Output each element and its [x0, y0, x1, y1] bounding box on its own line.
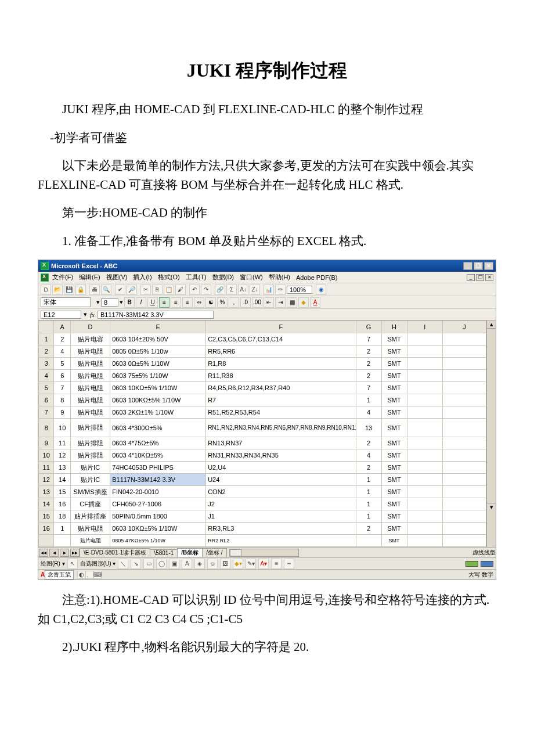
- cell[interactable]: RR3,RL3: [206, 523, 356, 535]
- cell[interactable]: RR5,RR6: [206, 345, 356, 358]
- cell[interactable]: SM/MS插座: [70, 486, 110, 498]
- ime-button-2[interactable]: 、: [85, 571, 93, 579]
- cell[interactable]: 11: [54, 437, 71, 449]
- dash-style-icon[interactable]: ┅: [284, 559, 294, 569]
- clipart-icon[interactable]: ☺: [207, 559, 218, 569]
- select-all-corner[interactable]: [39, 321, 54, 333]
- menu-view[interactable]: 视图(V): [104, 272, 130, 282]
- cell[interactable]: [407, 394, 443, 406]
- cell[interactable]: 贴片电阻: [70, 394, 110, 406]
- paste-icon[interactable]: 📋: [164, 285, 174, 295]
- cell[interactable]: SMT: [381, 406, 407, 419]
- undo-icon[interactable]: ↶: [189, 285, 200, 295]
- cell[interactable]: 2: [356, 523, 381, 535]
- picture-icon[interactable]: 🖼: [220, 559, 230, 569]
- cell[interactable]: FIN042-20-0010: [110, 486, 206, 498]
- redo-icon[interactable]: ↷: [201, 285, 211, 295]
- col-header-I[interactable]: I: [407, 321, 443, 333]
- column-header-row[interactable]: A D E F G H I J: [39, 321, 486, 333]
- table-row[interactable]: 1012贴片排阻0603 4*10KΩ±5%RN31,RN33,RN34,RN3…: [39, 449, 486, 462]
- cell[interactable]: 7: [54, 382, 71, 394]
- cell[interactable]: 15: [54, 486, 71, 498]
- borders-button[interactable]: ▦: [287, 297, 297, 308]
- menu-format[interactable]: 格式(O): [156, 272, 182, 282]
- preview-icon[interactable]: 🔍: [101, 285, 111, 295]
- cell[interactable]: SMT: [381, 345, 407, 358]
- row-header[interactable]: 6: [39, 394, 54, 406]
- menu-data[interactable]: 数据(D): [210, 272, 236, 282]
- cell[interactable]: [443, 419, 486, 437]
- percent-button[interactable]: %: [217, 297, 228, 308]
- cell[interactable]: 13: [54, 462, 71, 474]
- cell[interactable]: [407, 462, 443, 474]
- cell[interactable]: 9: [54, 406, 71, 419]
- cell[interactable]: 12: [54, 449, 71, 462]
- rectangle-icon[interactable]: ▭: [143, 559, 154, 569]
- cell[interactable]: 4: [356, 449, 381, 462]
- cell[interactable]: [443, 358, 486, 370]
- doc-minimize-button[interactable]: _: [467, 274, 475, 281]
- sort-asc-icon[interactable]: A↓: [238, 285, 248, 295]
- font-color-draw-icon[interactable]: A▾: [258, 559, 269, 569]
- cell[interactable]: 2: [356, 370, 381, 382]
- arrow-icon[interactable]: ↘: [131, 559, 141, 569]
- table-row[interactable]: 35贴片电阻0603 0Ω±5% 1/10WR1,R82SMT: [39, 358, 486, 370]
- cell[interactable]: SMT: [381, 498, 407, 510]
- col-header-E[interactable]: E: [110, 321, 206, 333]
- cell[interactable]: [407, 449, 443, 462]
- ime-indicator[interactable]: 念青五笔: [45, 570, 74, 579]
- cell[interactable]: 1: [356, 394, 381, 406]
- cell[interactable]: 0603 104±20% 50V: [110, 333, 206, 345]
- cell[interactable]: 18: [54, 510, 71, 523]
- cell[interactable]: R7: [206, 394, 356, 406]
- decrease-decimal-button[interactable]: .00: [252, 297, 262, 308]
- sheet-tab-1[interactable]: \5801-1: [150, 549, 178, 556]
- cell[interactable]: [443, 474, 486, 486]
- cell[interactable]: 50PIN/0.5mm 1800: [110, 510, 206, 523]
- cell[interactable]: 5: [54, 358, 71, 370]
- drawing-icon[interactable]: ✏: [275, 285, 286, 295]
- cell[interactable]: 贴片IC: [70, 462, 110, 474]
- cell[interactable]: 14: [54, 474, 71, 486]
- cell[interactable]: 2: [54, 333, 71, 345]
- bold-button[interactable]: B: [124, 297, 135, 308]
- decrease-indent-button[interactable]: ⇤: [264, 297, 274, 308]
- row-header[interactable]: 1: [39, 333, 54, 345]
- col-header-H[interactable]: H: [381, 321, 407, 333]
- increase-indent-button[interactable]: ⇥: [275, 297, 286, 308]
- cell[interactable]: 0603 2KΩ±1% 1/10W: [110, 406, 206, 419]
- cell[interactable]: 13: [356, 419, 381, 437]
- row-header[interactable]: 3: [39, 358, 54, 370]
- cell[interactable]: [443, 510, 486, 523]
- cell[interactable]: [443, 370, 486, 382]
- cell[interactable]: 4: [356, 406, 381, 419]
- cell[interactable]: 0603 10KΩ±5% 1/10W: [110, 523, 206, 535]
- cell[interactable]: [443, 345, 486, 358]
- row-header[interactable]: 2: [39, 345, 54, 358]
- row-header[interactable]: 7: [39, 406, 54, 419]
- cell[interactable]: SMT: [381, 449, 407, 462]
- sheet-tab-3[interactable]: /坐标 /: [202, 548, 226, 557]
- print-icon[interactable]: 🖶: [89, 285, 100, 295]
- font-size-combo[interactable]: 8: [101, 298, 118, 307]
- ime-button-1[interactable]: ◐: [77, 571, 85, 579]
- table-row[interactable]: 1315SM/MS插座FIN042-20-0010CON21SMT: [39, 486, 486, 498]
- menu-window[interactable]: 窗口(W): [237, 272, 265, 282]
- cell[interactable]: [407, 419, 443, 437]
- tab-nav-prev[interactable]: ◂: [49, 549, 59, 557]
- table-row[interactable]: 68贴片电阻0603 100KΩ±5% 1/10WR71SMT: [39, 394, 486, 406]
- cell[interactable]: 74HC4053D PHILIPS: [110, 462, 206, 474]
- diagram-icon[interactable]: ◈: [194, 559, 205, 569]
- cell[interactable]: 贴片电阻: [70, 406, 110, 419]
- cell[interactable]: [443, 449, 486, 462]
- draw-menu[interactable]: 绘图(R) ▾: [41, 560, 65, 568]
- cell[interactable]: 贴片排阻: [70, 437, 110, 449]
- row-header[interactable]: 5: [39, 382, 54, 394]
- cell[interactable]: 贴片电容: [70, 333, 110, 345]
- cell[interactable]: RN31,RN33,RN34,RN35: [206, 449, 356, 462]
- cell[interactable]: J2: [206, 498, 356, 510]
- cell[interactable]: R11,R38: [206, 370, 356, 382]
- fill-color-draw-icon[interactable]: ◆▾: [233, 559, 243, 569]
- menu-help[interactable]: 帮助(H): [266, 272, 293, 282]
- chart-icon[interactable]: 📊: [264, 285, 274, 295]
